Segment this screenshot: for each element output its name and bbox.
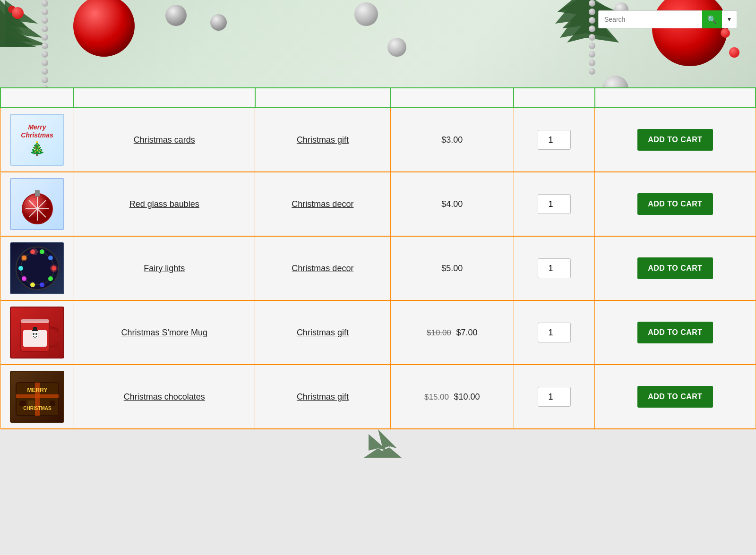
table-row: MerryChristmas 🎄 Christmas cards Christm…: [0, 108, 756, 172]
category-link[interactable]: Christmas decor: [292, 199, 353, 209]
ornament-silver-1: [165, 5, 187, 26]
ornament-large-red-left: [73, 0, 135, 57]
product-image-cell: [0, 236, 74, 300]
chevron-down-icon: ▼: [727, 16, 732, 23]
table-row: MERRY CHRISTMAS Christmas chocolates Chr…: [0, 365, 756, 429]
product-price-cell: $10.00 $7.00: [390, 300, 514, 365]
table-header-row: [0, 88, 756, 108]
ornament-red-small-2: [721, 28, 730, 38]
svg-point-16: [40, 282, 44, 287]
products-table: MerryChristmas 🎄 Christmas cards Christm…: [0, 87, 756, 429]
product-buy-cell: ADD TO CART: [595, 172, 756, 236]
svg-rect-34: [21, 319, 49, 323]
col-category: [255, 88, 391, 108]
price-original: $15.00: [424, 393, 449, 401]
product-name-link[interactable]: Christmas S'more Mug: [121, 328, 207, 337]
products-table-container: MerryChristmas 🎄 Christmas cards Christm…: [0, 87, 756, 429]
svg-rect-41: [28, 401, 34, 406]
svg-point-22: [40, 249, 44, 254]
product-name-cell: Christmas S'more Mug: [74, 300, 255, 365]
product-category-cell: Christmas gift: [255, 108, 391, 172]
product-buy-cell: ADD TO CART: [595, 365, 756, 429]
add-to-cart-button[interactable]: ADD TO CART: [637, 257, 713, 279]
category-link[interactable]: Christmas gift: [297, 392, 349, 401]
ornament-silver-4: [387, 38, 406, 57]
price: $5.00: [441, 264, 463, 273]
svg-rect-11: [35, 190, 40, 196]
svg-text:MERRY: MERRY: [27, 387, 47, 393]
product-name-link[interactable]: Christmas chocolates: [124, 392, 205, 401]
ornament-red-small-1: [12, 7, 24, 19]
svg-point-17: [30, 282, 35, 287]
svg-rect-33: [33, 327, 37, 331]
table-row: Red glass baubles Christmas decor $4.00 …: [0, 172, 756, 236]
svg-rect-40: [19, 401, 26, 406]
product-name-cell: Christmas chocolates: [74, 365, 255, 429]
quantity-input[interactable]: [538, 323, 571, 342]
product-buy-cell: ADD TO CART: [595, 236, 756, 300]
ornament-silver-2: [210, 14, 227, 31]
quantity-input[interactable]: [538, 387, 571, 407]
col-price: [390, 88, 514, 108]
product-category-cell: Christmas gift: [255, 365, 391, 429]
svg-text:CHRISTMAS: CHRISTMAS: [23, 406, 52, 411]
category-link[interactable]: Christmas gift: [297, 328, 349, 337]
add-to-cart-button[interactable]: ADD TO CART: [637, 386, 713, 408]
search-input[interactable]: [598, 10, 702, 28]
product-quantity-cell: [514, 108, 595, 172]
category-link[interactable]: Christmas decor: [292, 264, 353, 273]
add-to-cart-button[interactable]: ADD TO CART: [637, 322, 713, 343]
col-buy: [595, 88, 756, 108]
svg-point-24: [50, 265, 58, 272]
product-price-cell: $15.00 $10.00: [390, 365, 514, 429]
category-link[interactable]: Christmas gift: [297, 135, 349, 145]
bead-chain-left: [42, 0, 48, 87]
svg-point-30: [33, 333, 34, 335]
quantity-input[interactable]: [538, 258, 571, 278]
svg-point-18: [22, 276, 26, 281]
search-button[interactable]: 🔍: [702, 10, 722, 28]
product-name-link[interactable]: Fairy lights: [144, 264, 185, 273]
pine-left-icon: [0, 0, 80, 47]
product-price-cell: $5.00: [390, 236, 514, 300]
product-quantity-cell: [514, 300, 595, 365]
product-quantity-cell: [514, 365, 595, 429]
ornament-silver-3: [354, 2, 378, 26]
quantity-input[interactable]: [538, 194, 571, 214]
svg-point-31: [35, 333, 37, 335]
product-category-cell: Christmas decor: [255, 172, 391, 236]
product-quantity-cell: [514, 172, 595, 236]
price-sale: $10.00: [454, 392, 480, 401]
svg-rect-42: [42, 401, 49, 406]
quantity-input[interactable]: [538, 130, 571, 150]
price-original: $10.00: [427, 328, 451, 337]
product-image-cell: [0, 300, 74, 365]
product-price-cell: $3.00: [390, 108, 514, 172]
add-to-cart-button[interactable]: ADD TO CART: [637, 193, 713, 215]
product-name-cell: Christmas cards: [74, 108, 255, 172]
svg-point-15: [48, 276, 53, 281]
product-buy-cell: ADD TO CART: [595, 300, 756, 365]
product-quantity-cell: [514, 236, 595, 300]
product-name-link[interactable]: Christmas cards: [134, 135, 195, 145]
price: $4.00: [441, 199, 463, 209]
search-bar: 🔍 ▼: [598, 10, 737, 28]
banner: 🔍 ▼: [0, 0, 756, 87]
product-name-link[interactable]: Red glass baubles: [129, 199, 199, 209]
col-name: [74, 88, 255, 108]
svg-rect-43: [50, 401, 55, 406]
table-row: Fairy lights Christmas decor $5.00 ADD T…: [0, 236, 756, 300]
product-name-cell: Red glass baubles: [74, 172, 255, 236]
product-image-cell: MERRY CHRISTMAS: [0, 365, 74, 429]
ornament-large-red-right: [652, 0, 728, 66]
search-icon: 🔍: [707, 15, 717, 24]
bead-chain-right: [589, 0, 595, 75]
search-dropdown-button[interactable]: ▼: [722, 10, 737, 28]
col-image: [0, 88, 74, 108]
bottom-decor: [0, 429, 756, 458]
product-image-cell: [0, 172, 74, 236]
product-price-cell: $4.00: [390, 172, 514, 236]
ornament-silver-5: [602, 76, 628, 87]
table-row: Christmas S'more Mug Christmas gift $10.…: [0, 300, 756, 365]
add-to-cart-button[interactable]: ADD TO CART: [637, 129, 713, 151]
